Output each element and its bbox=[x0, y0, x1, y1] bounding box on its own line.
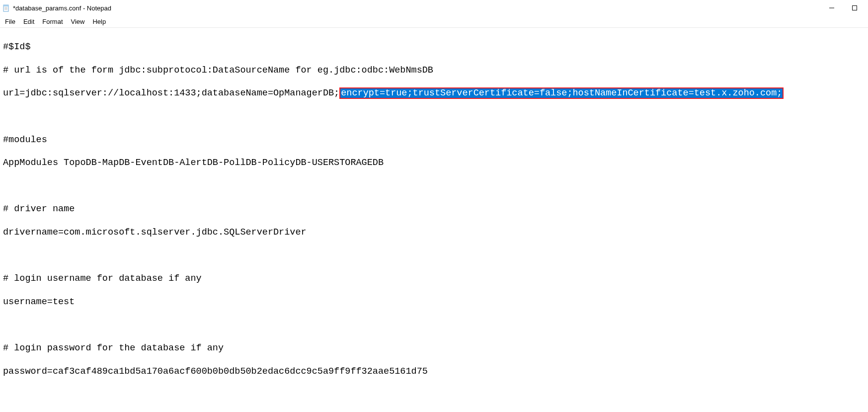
editor-line: # driver name bbox=[3, 203, 865, 215]
editor-line: # login password for the database if any bbox=[3, 342, 865, 354]
window-title: *database_params.conf - Notepad bbox=[13, 4, 111, 12]
editor-line bbox=[3, 319, 865, 330]
menu-format[interactable]: Format bbox=[38, 17, 67, 26]
editor-line: username=test bbox=[3, 296, 865, 308]
editor-line: drivername=com.microsoft.sqlserver.jdbc.… bbox=[3, 227, 865, 238]
text-editor[interactable]: #$Id$ # url is of the form jdbc:subproto… bbox=[0, 28, 868, 412]
editor-line: #$Id$ bbox=[3, 41, 865, 53]
editor-line-url: url=jdbc:sqlserver://localhost:1433;data… bbox=[3, 87, 865, 99]
menu-file[interactable]: File bbox=[1, 17, 19, 26]
editor-line: #modules bbox=[3, 134, 865, 146]
svg-rect-6 bbox=[853, 6, 857, 10]
editor-line bbox=[3, 111, 865, 122]
editor-line bbox=[3, 250, 865, 261]
url-selected-text: encrypt=true;trustServerCertificate=fals… bbox=[339, 87, 784, 99]
menu-view[interactable]: View bbox=[67, 17, 89, 26]
notepad-icon bbox=[2, 4, 10, 12]
editor-line bbox=[3, 389, 865, 400]
url-prefix: url=jdbc:sqlserver://localhost:1433;data… bbox=[3, 88, 339, 98]
maximize-button[interactable] bbox=[843, 0, 866, 16]
menu-bar: File Edit Format View Help bbox=[0, 16, 868, 28]
menu-edit[interactable]: Edit bbox=[19, 17, 38, 26]
editor-line bbox=[3, 180, 865, 192]
editor-line: # url is of the form jdbc:subprotocol:Da… bbox=[3, 65, 865, 76]
title-left: *database_params.conf - Notepad bbox=[2, 4, 111, 12]
editor-line: password=caf3caf489ca1bd5a170a6acf600b0b… bbox=[3, 366, 865, 377]
title-bar: *database_params.conf - Notepad bbox=[0, 0, 868, 16]
svg-rect-1 bbox=[3, 5, 8, 6]
minimize-button[interactable] bbox=[820, 0, 843, 16]
window-controls bbox=[820, 0, 866, 16]
menu-help[interactable]: Help bbox=[88, 17, 110, 26]
editor-line: AppModules TopoDB-MapDB-EventDB-AlertDB-… bbox=[3, 157, 865, 168]
editor-line: # login username for database if any bbox=[3, 273, 865, 284]
